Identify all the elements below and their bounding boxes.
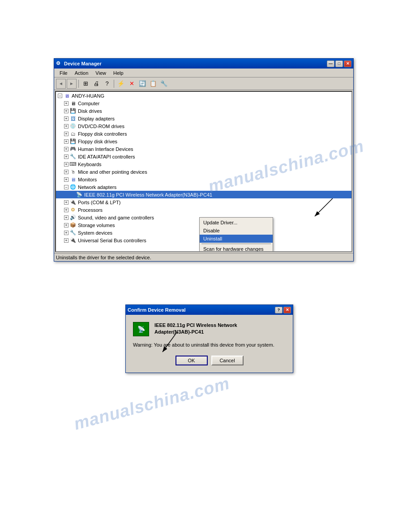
titlebar: ⚙ Device Manager — □ ✕ (54, 59, 353, 69)
tree-item-ide[interactable]: + 🔧 IDE ATA/ATAPI controllers (56, 153, 351, 160)
cpu-expand[interactable]: + (64, 208, 68, 212)
monitor-expand[interactable]: + (64, 177, 68, 182)
monitor-icon: 🖥 (69, 176, 77, 183)
context-menu: Update Driver... Disable Uninstall Scan … (199, 217, 273, 252)
sound-icon: 🔊 (69, 214, 77, 221)
tree-item-computer[interactable]: + 🖥 Computer (56, 99, 351, 107)
confirm-close-button[interactable]: ✕ (283, 307, 291, 313)
titlebar-icon: ⚙ (56, 60, 62, 67)
back-button[interactable]: ◄ (56, 79, 66, 89)
ctx-disable[interactable]: Disable (200, 227, 273, 235)
toolbar-scan-btn[interactable]: 🔄 (137, 79, 147, 89)
toolbar-help-btn[interactable]: ? (102, 79, 112, 89)
ok-button[interactable]: OK (176, 356, 208, 365)
device-tree[interactable]: − 🖥 ANDY-HUANG + 🖥 Computer + 💾 Disk dri… (55, 91, 352, 252)
hid-expand[interactable]: + (64, 147, 68, 151)
tree-item-hid[interactable]: + 🎮 Human Interface Devices (56, 145, 351, 153)
system-icon: 🔧 (69, 229, 77, 236)
tree-item-floppy-ctrl[interactable]: + 🗂 Floppy disk controllers (56, 130, 351, 137)
device-manager-window: ⚙ Device Manager — □ ✕ File Action View … (54, 58, 354, 262)
toolbar-devmgr-btn[interactable]: 🔧 (159, 79, 169, 89)
menu-file[interactable]: File (56, 69, 71, 77)
display-icon: 🖼 (69, 115, 77, 122)
mouse-expand[interactable]: + (64, 170, 68, 174)
toolbar-props-btn[interactable]: 📋 (148, 79, 158, 89)
maximize-button[interactable]: □ (335, 60, 343, 67)
tree-item-keyboard[interactable]: + ⌨ Keyboards (56, 160, 351, 168)
network-expand[interactable]: − (64, 185, 68, 189)
root-expand[interactable]: − (58, 94, 62, 98)
tree-item-network[interactable]: − 🌐 Network adapters (56, 183, 351, 191)
toolbar: ◄ ► ⊞ 🖨 ? ⚡ ✕ 🔄 📋 🔧 (54, 77, 353, 90)
storage-expand[interactable]: + (64, 223, 68, 227)
tree-item-wifi[interactable]: + 📡 IEEE 802.11g PCI Wireless Network Ad… (56, 191, 351, 198)
tree-item-floppy[interactable]: + 💾 Floppy disk drives (56, 137, 351, 145)
floppy-expand[interactable]: + (64, 139, 68, 144)
ports-expand[interactable]: + (64, 200, 68, 205)
ctx-separator (201, 244, 271, 244)
ports-label: Ports (COM & LPT) (78, 200, 120, 205)
device-icon: 📡 (133, 322, 149, 336)
keyboard-label: Keyboards (78, 162, 102, 167)
toolbar-update-btn[interactable]: ⚡ (116, 79, 126, 89)
tree-item-mouse[interactable]: + 🖱 Mice and other pointing devices (56, 168, 351, 176)
menu-view[interactable]: View (92, 69, 110, 77)
forward-button[interactable]: ► (67, 79, 77, 89)
display-expand[interactable]: + (64, 116, 68, 121)
cancel-button[interactable]: Cancel (211, 356, 244, 365)
confirm-top: 📡 IEEE 802.11g PCI Wireless NetworkAdapt… (133, 322, 286, 336)
storage-label: Storage volumes (78, 223, 115, 228)
computer-icon: 🖥 (63, 92, 70, 99)
wifi-label: IEEE 802.11g PCI Wireless Network Adapte… (84, 192, 212, 197)
network-icon: 🌐 (69, 184, 77, 191)
watermark-2: manualschina.com (72, 373, 232, 433)
confirm-warning: Warning: You are about to uninstall this… (133, 342, 286, 348)
keyboard-expand[interactable]: + (64, 162, 68, 167)
dvd-expand[interactable]: + (64, 124, 68, 129)
floppy-ctrl-expand[interactable]: + (64, 132, 68, 136)
titlebar-title: Device Manager (64, 61, 327, 66)
tree-item-ports[interactable]: + 🔌 Ports (COM & LPT) (56, 198, 351, 206)
sound-expand[interactable]: + (64, 215, 68, 220)
root-label: ANDY-HUANG (72, 93, 104, 99)
usb-icon: 🔌 (69, 237, 77, 244)
mouse-icon: 🖱 (69, 168, 77, 176)
tree-item-disk[interactable]: + 💾 Disk drives (56, 107, 351, 115)
statusbar: Uninstalls the driver for the selected d… (54, 253, 353, 261)
keyboard-icon: ⌨ (69, 161, 77, 168)
floppy-ctrl-icon: 🗂 (69, 130, 77, 137)
tree-root[interactable]: − 🖥 ANDY-HUANG (56, 92, 351, 99)
wifi-icon: 📡 (76, 191, 83, 198)
usb-label: Universal Serial Bus controllers (78, 238, 146, 243)
confirm-help-button[interactable]: ? (275, 307, 283, 313)
toolbar-print-btn[interactable]: 🖨 (91, 79, 101, 89)
tree-item-display[interactable]: + 🖼 Display adapters (56, 115, 351, 122)
sound-label: Sound, video and game controllers (78, 215, 154, 220)
floppy-icon: 💾 (69, 138, 77, 145)
disk-icon: 💾 (69, 107, 77, 115)
menu-action[interactable]: Action (71, 69, 92, 77)
computer-expand[interactable]: + (64, 101, 68, 106)
status-text: Uninstalls the driver for the selected d… (56, 255, 151, 260)
minimize-button[interactable]: — (327, 60, 334, 67)
storage-icon: 📦 (69, 222, 77, 229)
tree-item-dvd[interactable]: + 💿 DVD/CD-ROM drives (56, 122, 351, 130)
system-expand[interactable]: + (64, 231, 68, 235)
ctx-uninstall[interactable]: Uninstall (200, 235, 273, 243)
confirm-title: Confirm Device Removal (128, 307, 275, 313)
ide-icon: 🔧 (69, 153, 77, 160)
titlebar-buttons: — □ ✕ (327, 60, 351, 67)
usb-expand[interactable]: + (64, 238, 68, 243)
ctx-scan[interactable]: Scan for hardware changes (200, 245, 273, 252)
toolbar-view-btn[interactable]: ⊞ (81, 79, 90, 89)
tree-item-monitor[interactable]: + 🖥 Monitors (56, 176, 351, 183)
hid-icon: 🎮 (69, 146, 77, 153)
mouse-label: Mice and other pointing devices (78, 169, 147, 175)
close-button[interactable]: ✕ (344, 60, 351, 67)
ctx-update-driver[interactable]: Update Driver... (200, 219, 273, 227)
ide-expand[interactable]: + (64, 154, 68, 159)
disk-expand[interactable]: + (64, 109, 68, 113)
tree-item-cpu[interactable]: + ⚙ Processors (56, 206, 351, 214)
menu-help[interactable]: Help (110, 69, 127, 77)
toolbar-remove-btn[interactable]: ✕ (127, 79, 137, 89)
